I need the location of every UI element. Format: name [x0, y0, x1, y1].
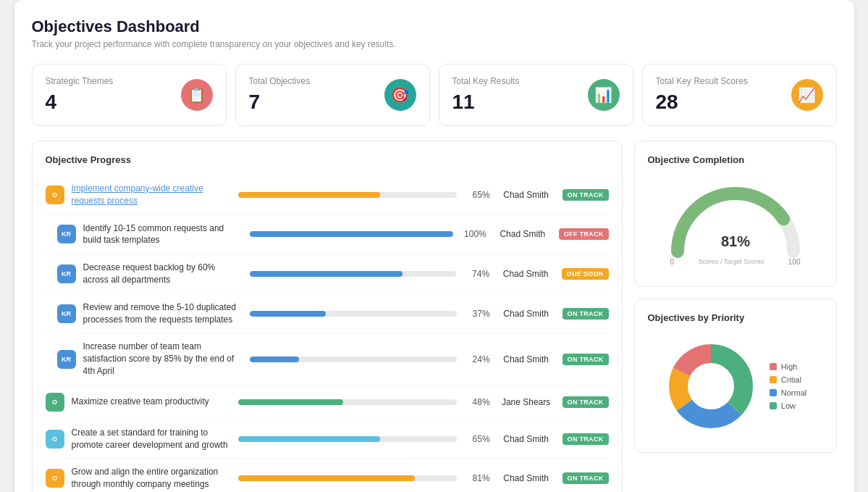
objective-row-kr-1-4: KR Increase number of team team satisfac…	[46, 333, 609, 385]
progress-bar-wrap	[238, 192, 457, 198]
progress-bar-fill	[250, 357, 300, 362]
summary-card-content: Strategic Themes 4	[46, 76, 114, 114]
gauge-label: 0 Scores / Target Scores 100	[670, 258, 801, 266]
obj-badge-kr: KR	[57, 350, 76, 369]
legend-dot	[770, 363, 777, 370]
objective-link[interactable]: Implement company-wide creative requests…	[72, 183, 203, 206]
summary-card-label: Total Objectives	[249, 76, 311, 86]
progress-bar-fill	[238, 436, 380, 442]
status-badge: ON TRACK	[562, 472, 609, 484]
main-content: Objective Progress O Implement company-w…	[32, 141, 837, 492]
donut-container: High Critial Normal Low	[648, 333, 823, 439]
progress-bar-fill	[250, 311, 326, 317]
objective-row-obj-3: O Create a set standard for training to …	[46, 420, 609, 459]
summary-card-icon: 🎯	[384, 79, 416, 111]
obj-owner: Chad Smith	[497, 354, 555, 364]
status-badge: DUE SOON	[562, 268, 608, 280]
objective-row-obj-4: O Grow and align the entire organization…	[46, 459, 609, 492]
progress-bar-wrap	[250, 311, 457, 317]
obj-title: Increase number of team team satisfactio…	[83, 341, 243, 377]
obj-badge-o: O	[46, 469, 64, 488]
obj-owner: Chad Smith	[497, 190, 555, 200]
obj-percent: 48%	[464, 397, 490, 407]
page-subtitle: Track your project performance with comp…	[32, 39, 837, 49]
summary-card-total-objectives: Total Objectives 7 🎯	[235, 64, 430, 126]
progress-bar-wrap	[238, 475, 457, 481]
obj-title: Maximize creative team productivity	[72, 396, 231, 408]
progress-bar-fill	[238, 192, 380, 198]
obj-badge-o: O	[46, 393, 64, 412]
donut-legend: High Critial Normal Low	[770, 362, 806, 410]
status-badge: ON TRACK	[562, 354, 609, 365]
objectives-list: O Implement company-wide creative reques…	[46, 175, 609, 492]
summary-card-value: 11	[452, 91, 520, 114]
completion-card: Objective Completion 81% 0 Scores / Targ…	[634, 141, 837, 287]
summary-card-icon: 📋	[181, 79, 213, 111]
priority-title: Objectives by Priority	[648, 312, 823, 323]
obj-title: Implement company-wide creative requests…	[72, 183, 231, 207]
objective-progress-title: Objective Progress	[46, 154, 609, 165]
summary-card-content: Total Key Results 11	[452, 76, 520, 114]
legend-dot	[770, 389, 777, 396]
obj-percent: 100%	[460, 229, 486, 239]
status-badge: OFF TRACK	[559, 228, 609, 240]
summary-card-content: Total Key Result Scores 28	[656, 76, 748, 114]
legend-item-high: High	[770, 362, 806, 371]
objective-row-kr-1-1: KR Identify 10-15 common requests and bu…	[46, 215, 609, 255]
obj-title: Identify 10-15 common requests and build…	[83, 222, 243, 247]
objective-row-kr-1-3: KR Review and remove the 5-10 duplicated…	[46, 294, 609, 334]
obj-badge-kr: KR	[57, 264, 76, 283]
obj-owner: Jane Shears	[497, 397, 555, 407]
progress-bar-wrap	[250, 357, 457, 362]
status-badge: ON TRACK	[562, 433, 609, 445]
legend-item-normal: Normal	[770, 388, 806, 397]
dashboard: Objectives Dashboard Track your project …	[14, 0, 854, 492]
progress-bar-fill	[238, 475, 416, 481]
obj-badge-kr: KR	[57, 225, 76, 243]
obj-percent: 74%	[463, 269, 489, 279]
summary-card-icon: 📊	[588, 79, 620, 111]
obj-title: Grow and align the entire organization t…	[72, 466, 231, 491]
progress-bar-fill	[238, 399, 343, 405]
obj-badge-o: O	[46, 430, 64, 449]
page-title: Objectives Dashboard	[32, 17, 837, 36]
gauge-label-center: Scores / Target Scores	[699, 258, 764, 266]
obj-owner: Chad Smith	[497, 309, 555, 319]
legend-item-low: Low	[770, 401, 806, 410]
summary-card-value: 4	[46, 91, 114, 114]
right-panel: Objective Completion 81% 0 Scores / Targ…	[634, 141, 837, 492]
obj-percent: 81%	[464, 473, 490, 483]
gauge-label-left: 0	[670, 258, 675, 266]
obj-percent: 65%	[464, 434, 490, 444]
gauge-container: 81% 0 Scores / Target Scores 100	[648, 175, 823, 273]
gauge-svg: 81%	[670, 183, 801, 255]
summary-card-label: Strategic Themes	[46, 76, 114, 86]
legend-label: Critial	[781, 375, 801, 384]
obj-owner: Chad Smith	[497, 269, 555, 279]
gauge-label-right: 100	[788, 258, 801, 266]
legend-item-critial: Critial	[770, 375, 806, 384]
objective-progress-panel: Objective Progress O Implement company-w…	[32, 141, 623, 492]
obj-owner: Chad Smith	[494, 229, 552, 239]
obj-percent: 37%	[464, 309, 490, 319]
legend-label: Normal	[781, 388, 806, 397]
obj-owner: Chad Smith	[497, 473, 555, 483]
legend-dot	[770, 376, 777, 383]
summary-card-label: Total Key Result Scores	[656, 76, 748, 86]
summary-card-value: 28	[656, 91, 748, 114]
objective-row-kr-1-2: KR Decrease request backlog by 60% acros…	[46, 254, 609, 294]
obj-title: Review and remove the 5-10 duplicated pr…	[83, 301, 243, 326]
summary-card-strategic-themes: Strategic Themes 4 📋	[32, 64, 227, 126]
progress-bar-wrap	[238, 436, 457, 442]
completion-title: Objective Completion	[648, 154, 823, 165]
summary-card-value: 7	[249, 91, 311, 114]
legend-label: Low	[781, 401, 796, 410]
summary-card-icon: 📈	[791, 79, 823, 111]
summary-card-content: Total Objectives 7	[249, 76, 311, 114]
legend-label: High	[781, 362, 798, 371]
progress-bar-wrap	[238, 399, 457, 405]
progress-bar-wrap	[250, 271, 457, 277]
progress-bar-fill	[250, 271, 403, 277]
objective-row-obj-2: O Maximize creative team productivity 48…	[46, 385, 609, 420]
obj-percent: 24%	[464, 354, 490, 364]
